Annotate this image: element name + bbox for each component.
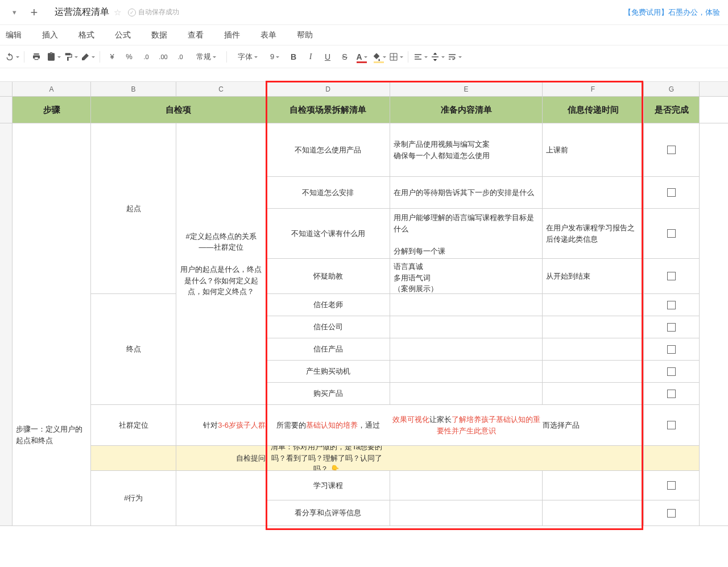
font-family-dropdown[interactable]: 字体 — [230, 48, 264, 65]
cell-g4[interactable] — [644, 177, 700, 209]
cell-f14[interactable] — [543, 471, 644, 500]
menu-help[interactable]: 帮助 — [287, 25, 323, 45]
cell-d14[interactable]: 学习课程 — [266, 471, 390, 500]
cell-group-d[interactable]: 所需要的基础认知的培养，通过 — [266, 405, 390, 446]
checkbox[interactable] — [667, 301, 676, 309]
currency-button[interactable]: ¥ — [104, 48, 121, 65]
fill-color-button[interactable] — [370, 48, 387, 65]
underline-button[interactable]: U — [319, 48, 336, 65]
cell-e11[interactable] — [390, 383, 543, 405]
cell-d5[interactable]: 不知道这个课有什么用 — [266, 209, 390, 259]
v-align-button[interactable] — [429, 48, 446, 65]
cell-f11[interactable] — [543, 383, 644, 405]
cell-d8[interactable]: 信任公司 — [266, 316, 390, 338]
cell-f15[interactable] — [543, 500, 644, 525]
menu-view[interactable]: 查看 — [177, 25, 214, 45]
cell-f8[interactable] — [543, 316, 644, 338]
app-menu-dropdown[interactable]: ▾ — [5, 4, 24, 21]
checkbox[interactable] — [667, 272, 676, 280]
cell-group-f[interactable]: 而选择产品 — [543, 405, 644, 446]
clear-format-button[interactable] — [79, 48, 96, 65]
cell-g3[interactable] — [644, 123, 700, 177]
cell-e3[interactable]: 录制产品使用视频与编写文案 确保每一个人都知道怎么使用 — [390, 123, 543, 177]
cell-step-one[interactable]: 步骤一：定义用户的起点和终点 — [13, 123, 91, 525]
checkbox[interactable] — [667, 509, 676, 518]
cell-e5[interactable]: 用用户能够理解的语言编写课程教学目标是什么 分解到每一个课 — [390, 209, 543, 259]
cell-g14[interactable] — [644, 471, 700, 500]
select-all-corner[interactable] — [0, 82, 13, 96]
cell-g6[interactable] — [644, 259, 700, 294]
cell-definition[interactable]: #定义起点终点的关系——社群定位 用户的起点是什么，终点是什么？你如何定义起点，… — [176, 123, 266, 405]
bold-button[interactable]: B — [285, 48, 302, 65]
checkbox[interactable] — [667, 229, 676, 238]
cell-f3[interactable]: 上课前 — [543, 123, 644, 177]
decimal-button-2[interactable]: .00 — [155, 48, 172, 65]
percent-button[interactable]: % — [121, 48, 138, 65]
checkbox[interactable] — [667, 146, 676, 154]
checkbox[interactable] — [667, 367, 676, 376]
h-align-button[interactable] — [412, 48, 429, 65]
borders-button[interactable] — [387, 48, 404, 65]
col-header-A[interactable]: A — [13, 82, 91, 96]
cell-behavior[interactable]: #行为 — [91, 471, 176, 525]
trial-link[interactable]: 【免费试用】石墨办公，体验 — [624, 7, 720, 18]
cell-yellow-d[interactable]: 清单：你对用户做的，是Ta想要的吗？看到了吗？理解了吗？认同了吗？ 👇 — [266, 446, 390, 471]
print-button[interactable] — [28, 48, 45, 65]
menu-plugin[interactable]: 插件 — [214, 25, 250, 45]
checkbox[interactable] — [667, 421, 676, 429]
col-header-C[interactable]: C — [176, 82, 266, 96]
format-painter-button[interactable] — [62, 48, 79, 65]
decimal-button-3[interactable]: .0 — [172, 48, 189, 65]
cell-e6[interactable]: 语言真诚 多用语气词 （案例展示） — [390, 259, 543, 294]
cell-c-bottom[interactable] — [176, 471, 266, 525]
col-header-E[interactable]: E — [390, 82, 543, 96]
cell-yellow-f[interactable] — [543, 446, 644, 471]
undo-dropdown[interactable] — [3, 48, 20, 65]
cell-yellow-g[interactable] — [644, 446, 700, 471]
cell-g10[interactable] — [644, 361, 700, 383]
cell-g8[interactable] — [644, 316, 700, 338]
menu-form[interactable]: 表单 — [250, 25, 287, 45]
paste-button[interactable] — [45, 48, 62, 65]
col-header-G[interactable]: G — [644, 82, 700, 96]
cell-group-c[interactable]: 针对3-6岁孩子人群 — [176, 405, 266, 446]
cell-e8[interactable] — [390, 316, 543, 338]
cell-f4[interactable] — [543, 177, 644, 209]
document-title[interactable]: 运营流程清单 — [55, 6, 109, 18]
font-size-dropdown[interactable]: 9 — [264, 48, 285, 65]
menu-formula[interactable]: 公式 — [105, 25, 141, 45]
cell-d15[interactable]: 看分享和点评等信息 — [266, 500, 390, 525]
cell-d10[interactable]: 产生购买动机 — [266, 361, 390, 383]
header-breakdown[interactable]: 自检项场景拆解清单 — [266, 97, 390, 123]
cell-e4[interactable]: 在用户的等待期告诉其下一步的安排是什么 — [390, 177, 543, 209]
strike-button[interactable]: S — [336, 48, 353, 65]
cell-start[interactable]: 起点 — [91, 123, 176, 294]
checkbox[interactable] — [667, 345, 676, 354]
cell-d6[interactable]: 怀疑助教 — [266, 259, 390, 294]
row-header[interactable] — [0, 97, 13, 123]
cell-f5[interactable]: 在用户发布课程学习报告之后传递此类信息 — [543, 209, 644, 259]
checkbox[interactable] — [667, 323, 676, 332]
cell-g11[interactable] — [644, 383, 700, 405]
header-done[interactable]: 是否完成 — [644, 97, 700, 123]
cell-e14[interactable] — [390, 471, 543, 500]
wrap-button[interactable] — [446, 48, 463, 65]
header-timing[interactable]: 信息传递时间 — [543, 97, 644, 123]
cell-d11[interactable]: 购买产品 — [266, 383, 390, 405]
text-color-button[interactable]: A — [353, 48, 370, 65]
cell-yellow-label[interactable]: 自检提问 — [176, 446, 266, 471]
cell-f6[interactable]: 从开始到结束 — [543, 259, 644, 294]
cell-yellow-b[interactable] — [91, 446, 176, 471]
cell-g15[interactable] — [644, 500, 700, 525]
cell-e9[interactable] — [390, 338, 543, 361]
cell-group-positioning[interactable]: 社群定位 — [91, 405, 176, 446]
header-selfcheck[interactable]: 自检项 — [91, 97, 266, 123]
checkbox[interactable] — [667, 481, 676, 490]
checkbox[interactable] — [667, 390, 676, 398]
cell-g7[interactable] — [644, 294, 700, 316]
col-header-F[interactable]: F — [543, 82, 644, 96]
cell-e15[interactable] — [390, 500, 543, 525]
cell-f10[interactable] — [543, 361, 644, 383]
col-header-D[interactable]: D — [266, 82, 390, 96]
cell-f7[interactable] — [543, 294, 644, 316]
